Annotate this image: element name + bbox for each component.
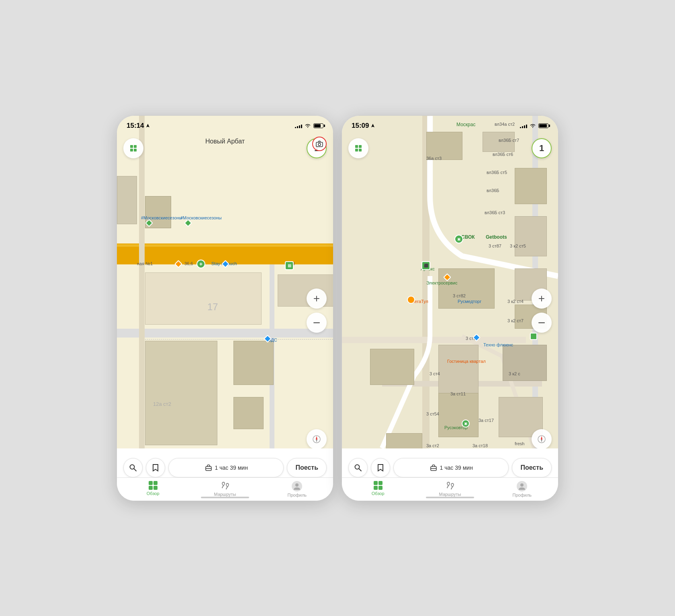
compass-button[interactable] xyxy=(307,429,327,448)
eat-button-left[interactable]: Поесть xyxy=(287,458,327,477)
svg-line-16 xyxy=(359,469,362,471)
bookmark-button-left[interactable] xyxy=(146,458,165,477)
map-area-left[interactable]: #Московскиесезоны #Московскиесезоны 36,6… xyxy=(117,116,333,448)
route-button-right[interactable]: 1 час 39 мин xyxy=(393,458,509,477)
eat-label-right: Поесть xyxy=(520,464,543,471)
road-v1 xyxy=(139,116,145,448)
counter-button-right[interactable]: 1 xyxy=(532,138,552,158)
tab-profile-right[interactable]: Профиль xyxy=(486,481,558,497)
eat-label-left: Поесть xyxy=(295,464,318,471)
bldg-r8 xyxy=(370,349,414,385)
street-name: Новый Арбат xyxy=(205,138,245,145)
bookmark-button-right[interactable] xyxy=(371,458,390,477)
wifi-icon-right xyxy=(530,123,536,128)
zoom-minus-button-right[interactable]: − xyxy=(532,313,552,333)
bookmark-icon xyxy=(152,464,159,472)
phones-container: #Московскиесезоны #Московскиесезоны 36,6… xyxy=(117,115,558,501)
poi-pharmacy: + xyxy=(196,260,205,268)
layers-button-right[interactable] xyxy=(348,138,368,158)
poi-store: ▦ xyxy=(285,261,294,270)
zoom-plus-button-right[interactable]: + xyxy=(532,289,552,309)
building-center xyxy=(145,272,262,325)
bookmark-icon-right xyxy=(377,464,384,472)
map-label-seasons2: #Московскиесезоны xyxy=(180,215,222,220)
svg-marker-1 xyxy=(316,436,317,440)
poi-omega xyxy=(407,296,415,304)
search-icon xyxy=(129,464,137,472)
phone-left: #Московскиесезоны #Московскиесезоны 36,6… xyxy=(117,115,333,501)
overview-grid-icon xyxy=(149,481,158,490)
building1 xyxy=(117,176,137,224)
poi-svok: ▣ xyxy=(454,235,463,244)
camera-overlay[interactable] xyxy=(312,137,327,151)
camera-icon xyxy=(316,141,323,147)
poi-ruseko: ▣ xyxy=(462,420,470,428)
status-icons-right xyxy=(520,123,548,128)
building-lower3 xyxy=(233,397,264,429)
zoom-minus-button[interactable]: − xyxy=(307,313,327,333)
status-icons-left xyxy=(295,123,323,128)
location-arrow-left xyxy=(145,123,150,128)
compass-icon xyxy=(312,435,321,444)
signal-left xyxy=(295,123,302,128)
tab-routes-right[interactable]: Маршруты xyxy=(414,481,486,497)
tab-overview-label-left: Обзор xyxy=(147,491,160,496)
tab-overview-left[interactable]: Обзор xyxy=(117,481,189,496)
compass-icon-right xyxy=(537,435,546,444)
compass-button-right[interactable] xyxy=(532,429,552,448)
layers-icon-right xyxy=(355,145,362,151)
zoom-plus-icon: + xyxy=(313,293,320,304)
bldg-r4 xyxy=(515,216,547,256)
status-bar-right: 15:09 xyxy=(342,116,558,133)
poi-diamond2 xyxy=(185,220,191,226)
svg-point-10 xyxy=(295,483,299,487)
svg-point-5 xyxy=(318,143,321,145)
bottom-toolbar-left: 1 час 39 мин Поесть xyxy=(123,458,327,477)
zoom-plus-button[interactable]: + xyxy=(307,289,327,309)
tab-routes-label-right: Маршруты xyxy=(439,492,461,497)
zoom-minus-icon: − xyxy=(313,316,321,329)
bottom-toolbar-right: 1 час 39 мин Поесть xyxy=(348,458,552,477)
battery-right xyxy=(538,123,548,128)
svg-marker-12 xyxy=(541,436,542,440)
building-lower1 xyxy=(145,341,217,445)
time-left: 15:14 xyxy=(127,122,150,130)
zoom-plus-icon-right: + xyxy=(538,293,545,304)
bldg-r11 xyxy=(438,393,479,437)
avatar-icon-left xyxy=(292,482,301,491)
tab-overview-label-right: Обзор xyxy=(372,491,385,496)
map-area-right[interactable]: Москрас вл34а ст2 вл36Б ст7 вл36Б ст6 вл… xyxy=(342,116,558,448)
bldg-r1 xyxy=(426,132,462,160)
tab-profile-label-right: Профиль xyxy=(513,493,532,497)
poi-blue-diamond xyxy=(223,261,228,267)
profile-avatar-right xyxy=(517,481,527,491)
poi-arteks: ⬛ xyxy=(421,261,430,270)
tab-overview-right[interactable]: Обзор xyxy=(342,481,414,496)
dashed-line xyxy=(145,339,333,340)
bldg-r3 xyxy=(515,168,547,204)
tab-profile-left[interactable]: Профиль xyxy=(261,481,333,497)
poi-ods-diamond xyxy=(265,336,270,342)
tab-routes-left[interactable]: Маршруты xyxy=(189,481,261,497)
wifi-icon-left xyxy=(305,123,311,128)
route-time-left: 1 час 39 мин xyxy=(215,465,248,471)
svg-marker-14 xyxy=(371,124,374,127)
search-icon-right xyxy=(354,464,362,472)
tab-profile-label-left: Профиль xyxy=(288,493,307,497)
avatar-icon-right xyxy=(518,482,526,491)
svg-point-19 xyxy=(520,483,524,487)
poi-green-r xyxy=(530,333,537,340)
search-button-left[interactable] xyxy=(123,458,143,477)
phone-right: Москрас вл34а ст2 вл36Б ст7 вл36Б ст6 вл… xyxy=(342,115,558,501)
counter-value-right: 1 xyxy=(539,143,544,153)
search-button-right[interactable] xyxy=(348,458,368,477)
svg-rect-4 xyxy=(316,142,323,147)
route-button-left[interactable]: 1 час 39 мин xyxy=(168,458,284,477)
svg-marker-3 xyxy=(146,124,149,127)
routes-icon-left xyxy=(220,481,230,491)
poi-blue-r2 xyxy=(474,335,479,340)
location-arrow-right xyxy=(370,123,375,128)
eat-button-right[interactable]: Поесть xyxy=(512,458,552,477)
time-right: 15:09 xyxy=(352,122,375,130)
zoom-minus-icon-right: − xyxy=(538,316,546,329)
